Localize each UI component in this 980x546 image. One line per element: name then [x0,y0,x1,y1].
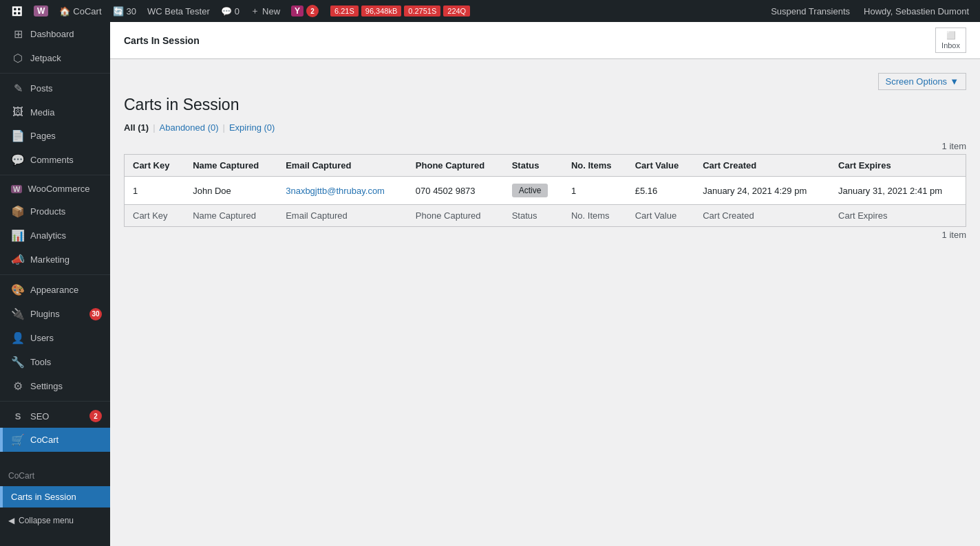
pages-icon: 📄 [11,129,25,142]
email-link[interactable]: 3naxbgjttb@thrubay.com [286,186,385,196]
woo-icon: W [11,185,22,193]
adminbar-right: Suspend Transients Howdy, Sebastien Dumo… [765,0,974,22]
page-title: Carts in Session [124,96,966,114]
posts-icon: ✎ [11,82,25,95]
cell-email-captured: 3naxbgjttb@thrubay.com [277,177,407,205]
col-foot-cart-expires: Cart Expires [830,205,966,227]
col-foot-status: Status [504,205,563,227]
col-foot-cart-key: Cart Key [125,205,185,227]
products-icon: 📦 [11,205,25,218]
perf-queries: 224Q [443,6,470,17]
col-foot-cart-value: Cart Value [627,205,694,227]
admin-bar: ⊞ W 🏠 CoCart 🔄 30 WC Beta Tester 💬 0 ＋ N… [0,0,980,22]
sidebar-item-woocommerce[interactable]: W WooCommerce [0,178,110,199]
cell-phone-captured: 070 4502 9873 [407,177,504,205]
woo-icon[interactable]: W [28,0,54,22]
seo-icon: S [11,411,25,422]
main-content: Carts In Session ⬜ Inbox Screen Options … [110,22,980,546]
filter-abandoned[interactable]: Abandoned (0) [160,122,219,133]
jetpack-icon: ⬡ [11,52,25,65]
beta-tester[interactable]: WC Beta Tester [142,0,215,22]
sidebar-item-label: Tools [30,357,51,367]
sidebar-item-cocart[interactable]: 🛒 CoCart [0,428,110,452]
sidebar-item-appearance[interactable]: 🎨 Appearance [0,278,110,302]
sidebar-item-label: Plugins [30,309,60,319]
sidebar-item-plugins[interactable]: 🔌 Plugins 30 [0,302,110,326]
yoast-item[interactable]: Y 2 [286,0,324,22]
cell-cart-expires: January 31, 2021 2:41 pm [830,177,966,205]
sidebar-item-pages[interactable]: 📄 Pages [0,124,110,148]
appearance-icon: 🎨 [11,283,25,296]
cell-status: Active [504,177,563,205]
filter-links: All (1) | Abandoned (0) | Expiring (0) [124,122,966,133]
sidebar-item-dashboard[interactable]: ⊞ Dashboard [0,22,110,46]
screen-options-label: Screen Options [886,76,948,87]
table-row: 1 John Doe 3naxbgjttb@thrubay.com 070 45… [125,177,966,205]
inbox-button[interactable]: ⬜ Inbox [935,28,966,53]
cocart-icon: 🛒 [11,433,25,446]
sidebar-item-settings[interactable]: ⚙ Settings [0,374,110,398]
perf-query-time: 0.2751S [404,6,440,17]
cell-cart-value: £5.16 [627,177,694,205]
status-badge: Active [512,184,548,197]
menu-sep-2 [0,175,110,175]
new-item[interactable]: ＋ New [245,0,286,22]
col-email-captured: Email Captured [277,155,407,177]
home-icon: 🏠 [59,6,70,17]
updates-icon: 🔄 [113,6,124,17]
filter-expiring[interactable]: Expiring (0) [229,122,275,133]
sidebar-item-users[interactable]: 👤 Users [0,326,110,350]
col-foot-email-captured: Email Captured [277,205,407,227]
collapse-menu[interactable]: ◀ Collapse menu [0,510,110,531]
dashboard-icon: ⊞ [11,28,25,41]
sidebar-item-analytics[interactable]: 📊 Analytics [0,223,110,248]
col-foot-name-captured: Name Captured [184,205,277,227]
col-foot-cart-created: Cart Created [694,205,830,227]
sidebar-item-label: Analytics [30,230,66,241]
sidebar-item-label: Products [30,206,65,217]
inbox-icon: ⬜ [946,31,956,40]
sidebar-item-label: Media [30,107,54,118]
filter-all[interactable]: All (1) [124,122,149,133]
updates-item[interactable]: 🔄 30 [107,0,142,22]
sidebar-item-label: Pages [30,131,56,141]
sidebar-item-products[interactable]: 📦 Products [0,199,110,223]
table-body: 1 John Doe 3naxbgjttb@thrubay.com 070 45… [125,177,966,205]
col-cart-key: Cart Key [125,155,185,177]
sidebar-item-label: Comments [30,155,74,165]
sidebar-item-label: Appearance [30,285,78,295]
wp-logo[interactable]: ⊞ [6,0,28,22]
comments-item[interactable]: 💬 0 [215,0,245,22]
site-name[interactable]: 🏠 CoCart [54,0,107,22]
wp-layout: ⊞ Dashboard ⬡ Jetpack ✎ Posts 🖼 Media 📄 … [0,22,980,546]
menu-sep-3 [0,274,110,275]
perf-memory: 96,348kB [361,6,401,17]
screen-options-button[interactable]: Screen Options ▼ [878,73,966,90]
col-status: Status [504,155,563,177]
sidebar-item-jetpack[interactable]: ⬡ Jetpack [0,46,110,70]
col-cart-value: Cart Value [627,155,694,177]
perf-item: 6.21S 96,348kB 0.2751S 224Q [324,0,476,22]
col-cart-expires: Cart Expires [830,155,966,177]
item-count-top: 1 item [124,141,966,151]
seo-badge: 2 [89,410,102,422]
sidebar-item-label: Users [30,333,54,343]
sidebar-item-comments[interactable]: 💬 Comments [0,148,110,172]
sidebar-item-seo[interactable]: S SEO 2 [0,404,110,428]
yoast-icon: Y [291,6,303,17]
page-header: Carts In Session ⬜ Inbox [110,22,980,59]
cell-cart-created: January 24, 2021 4:29 pm [694,177,830,205]
col-name-captured: Name Captured [184,155,277,177]
sidebar-item-label: Jetpack [30,53,61,63]
tools-icon: 🔧 [11,356,25,369]
sidebar-item-label: Posts [30,83,53,94]
sidebar-item-tools[interactable]: 🔧 Tools [0,350,110,374]
sidebar-item-posts[interactable]: ✎ Posts [0,76,110,100]
suspend-transients[interactable]: Suspend Transients [765,0,855,22]
sidebar-item-media[interactable]: 🖼 Media [0,100,110,124]
screen-options-arrow: ▼ [950,76,959,87]
perf-time: 6.21S [330,6,359,17]
sidebar-item-marketing[interactable]: 📣 Marketing [0,248,110,272]
comments-icon: 💬 [11,153,25,166]
howdy-item[interactable]: Howdy, Sebastien Dumont [858,0,974,22]
